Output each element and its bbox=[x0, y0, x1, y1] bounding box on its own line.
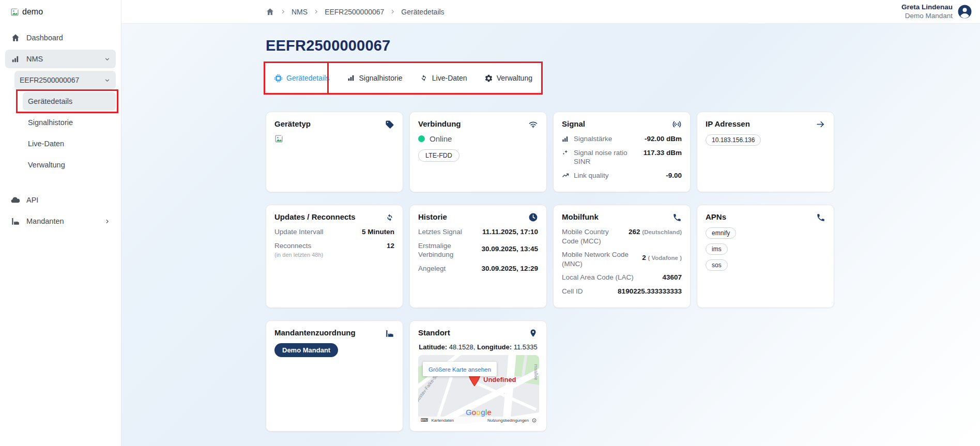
card-title: Verbindung bbox=[418, 119, 461, 128]
card-title: IP Adressen bbox=[706, 119, 750, 128]
sidebar: demo Dashboard NMS EEFR2500000067 Geräte… bbox=[0, 0, 121, 446]
card-title: Updates / Reconnects bbox=[274, 212, 356, 221]
phone-icon bbox=[672, 212, 682, 222]
sidebar-item-nms[interactable]: NMS bbox=[5, 50, 116, 68]
map-link-box: Größere Karte ansehen bbox=[423, 362, 497, 376]
topbar: NMS EEFR2500000067 Gerätedetails Greta L… bbox=[121, 0, 980, 24]
tenant-badge: Demo Mandant bbox=[274, 343, 338, 357]
sidebar-item-label: NMS bbox=[26, 55, 43, 63]
sidebar-item-dashboard[interactable]: Dashboard bbox=[5, 28, 116, 47]
sidebar-item-device[interactable]: EEFR2500000067 bbox=[14, 71, 116, 89]
apn-badge: sos bbox=[706, 259, 728, 271]
user-menu[interactable]: Greta Lindenau Demo Mandant bbox=[901, 3, 973, 21]
chevron-down-icon bbox=[104, 77, 111, 84]
card-title: Gerätetyp bbox=[274, 119, 311, 128]
ip-address-badge: 10.183.156.136 bbox=[706, 134, 761, 146]
app-logo[interactable]: demo bbox=[0, 0, 121, 26]
embedded-map[interactable]: Gustav-Falke-Str. msallee Größere Karte … bbox=[418, 355, 539, 424]
sparkles-icon bbox=[562, 149, 570, 157]
tab-label: Gerätedetails bbox=[286, 74, 329, 82]
history-row-value: 30.09.2025, 13:45 bbox=[481, 244, 538, 254]
breadcrumb-item-device[interactable]: EEFR2500000067 bbox=[325, 8, 384, 16]
chevron-right-icon bbox=[390, 9, 395, 14]
apn-badge: emnify bbox=[706, 227, 736, 239]
card-title: Mobilfunk bbox=[562, 212, 599, 221]
breadcrumb-item-nms[interactable]: NMS bbox=[292, 8, 308, 16]
wifi-icon bbox=[528, 119, 538, 129]
card-title: APNs bbox=[706, 212, 726, 221]
card-apns: APNs emnify ims sos bbox=[697, 205, 834, 308]
refresh-icon bbox=[385, 212, 394, 222]
card-verbindung: Verbindung Online LTE-FDD bbox=[409, 112, 547, 192]
sidebar-item-label: Mandanten bbox=[26, 217, 64, 225]
card-historie: Historie Letztes Signal 11.11.2025, 17:1… bbox=[409, 205, 547, 308]
breadcrumb-home-icon[interactable] bbox=[266, 7, 274, 16]
chevron-right-icon bbox=[280, 9, 286, 14]
history-row-label: Erstmalige Verbindung bbox=[418, 241, 465, 259]
update-row-label: Update Intervall bbox=[274, 227, 324, 237]
map-attr-data[interactable]: Kartendaten bbox=[431, 418, 454, 423]
map-attr-terms[interactable]: Nutzungsbedingungen bbox=[487, 418, 529, 423]
keyboard-icon[interactable]: ⌨ bbox=[421, 418, 428, 423]
sidebar-item-label: Gerätedetails bbox=[28, 97, 72, 105]
sidebar-item-geraetedetails[interactable]: Gerätedetails bbox=[23, 92, 116, 111]
status-dot-online bbox=[418, 135, 425, 142]
connection-status: Online bbox=[430, 134, 452, 143]
map-marker-label: Undefined bbox=[483, 376, 516, 383]
card-updates-reconnects: Updates / Reconnects Update Intervall 5 … bbox=[266, 205, 403, 308]
mobilfunk-row-suffix: (Deutschland) bbox=[642, 229, 682, 235]
longitude-value: 11.5335 bbox=[514, 343, 538, 351]
card-signal: Signal Signalstärke -92.00 dBm Signal no… bbox=[553, 112, 691, 192]
tab-signalhistorie[interactable]: Signalhistorie bbox=[341, 74, 409, 83]
sidebar-item-api[interactable]: API bbox=[5, 191, 116, 209]
card-title: Signal bbox=[562, 119, 585, 128]
update-row-label: Reconnects bbox=[274, 242, 311, 250]
sidebar-item-label: Verwaltung bbox=[28, 161, 65, 169]
sidebar-item-label: Signalhistorie bbox=[28, 118, 73, 127]
signal-row-value: -92.00 dBm bbox=[645, 134, 682, 144]
sidebar-item-signalhistorie[interactable]: Signalhistorie bbox=[23, 113, 116, 132]
clock-icon bbox=[528, 212, 538, 222]
mobilfunk-row-value: 43607 bbox=[662, 273, 682, 282]
mobilfunk-row-label: Mobile Country Code (MCC) bbox=[562, 227, 619, 245]
breadcrumb-item-current: Gerätedetails bbox=[401, 8, 444, 16]
card-standort: Standort Latitude: 48.1528, Longitude: 1… bbox=[409, 320, 547, 432]
avatar-icon[interactable] bbox=[957, 4, 973, 20]
phone-icon bbox=[816, 212, 825, 222]
google-logo[interactable]: Google bbox=[466, 408, 492, 417]
latitude-label: Latitude: bbox=[419, 343, 447, 351]
main-content: EEFR2500000067 Gerätedetails Signalhisto… bbox=[266, 24, 845, 432]
mobilfunk-row-label: Cell ID bbox=[562, 287, 583, 296]
info-icon[interactable] bbox=[532, 418, 537, 423]
history-row-value: 30.09.2025, 12:29 bbox=[481, 264, 538, 273]
coordinates-text: Latitude: 48.1528, Longitude: 11.5335 bbox=[418, 343, 538, 351]
longitude-label: Longitude: bbox=[477, 343, 512, 351]
trend-up-icon bbox=[562, 172, 570, 179]
sidebar-item-label: Live-Daten bbox=[28, 140, 64, 148]
sidebar-item-live-daten[interactable]: Live-Daten bbox=[23, 134, 116, 153]
bar-chart-icon bbox=[10, 54, 20, 64]
signal-row-label: Signal noise ratio SINR bbox=[574, 148, 629, 166]
larger-map-link[interactable]: Größere Karte ansehen bbox=[428, 366, 491, 373]
signal-row-label: Link quality bbox=[574, 171, 609, 180]
card-title: Mandantenzuordnung bbox=[274, 328, 356, 337]
tab-verwaltung[interactable]: Verwaltung bbox=[478, 74, 539, 83]
home-icon bbox=[10, 33, 20, 43]
history-row-label: Angelegt bbox=[418, 264, 446, 273]
history-row-label: Letztes Signal bbox=[418, 227, 462, 237]
update-row-sublabel: (in den letzten 48h) bbox=[274, 251, 323, 258]
update-row-value: 12 bbox=[387, 241, 394, 251]
update-row-value: 5 Minuten bbox=[362, 227, 394, 237]
card-title: Standort bbox=[418, 328, 450, 337]
tab-live-daten[interactable]: Live-Daten bbox=[414, 74, 473, 83]
cloud-icon bbox=[10, 195, 20, 205]
factory-icon bbox=[385, 328, 394, 338]
cpu-icon bbox=[274, 74, 283, 83]
tab-geraetedetails[interactable]: Gerätedetails bbox=[268, 74, 335, 83]
factory-icon bbox=[10, 217, 20, 226]
apn-badge: ims bbox=[706, 243, 728, 255]
sidebar-item-mandanten[interactable]: Mandanten bbox=[5, 212, 116, 230]
sidebar-item-verwaltung[interactable]: Verwaltung bbox=[23, 156, 116, 174]
broadcast-icon bbox=[672, 119, 682, 129]
breadcrumb: NMS EEFR2500000067 Gerätedetails bbox=[266, 7, 445, 16]
